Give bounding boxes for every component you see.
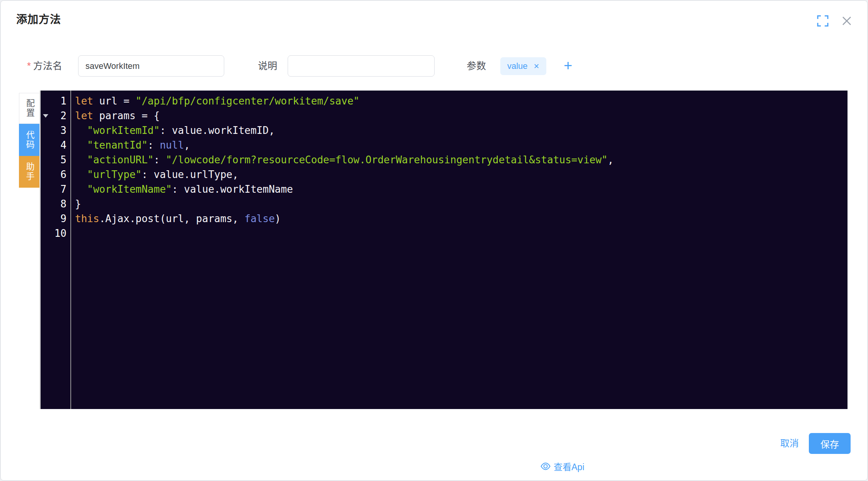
view-api-label: 查看Api: [554, 460, 584, 473]
fold-arrow-icon[interactable]: [43, 114, 48, 118]
code-line[interactable]: "urlType": value.urlType,: [75, 167, 848, 182]
tab-config-label: 配置: [23, 99, 36, 118]
code-token-plain: ): [275, 213, 281, 224]
code-token-plain: :: [148, 139, 160, 151]
line-number: 7: [41, 182, 67, 197]
param-tag-text: value: [507, 61, 528, 71]
line-number: 9: [41, 211, 67, 226]
code-line[interactable]: "workItemName": value.workItemName: [75, 182, 848, 197]
eye-icon: [541, 461, 551, 471]
code-token-str: "workItemId": [87, 125, 160, 136]
code-token-plain: params = {: [93, 110, 160, 122]
description-label: 说明: [258, 55, 277, 77]
tab-code-label: 代码: [23, 130, 36, 150]
code-token-str: "actionURL": [87, 154, 153, 166]
code-token-atom: false: [244, 213, 275, 224]
line-number: 1: [41, 94, 67, 108]
required-asterisk: *: [27, 60, 31, 71]
code-token-plain: :: [154, 154, 166, 166]
code-token-atom: null: [160, 139, 184, 151]
editor-code[interactable]: let url = "/api/bfp/configcenter/workite…: [71, 91, 848, 409]
add-param-button[interactable]: +: [561, 55, 575, 77]
close-icon[interactable]: [841, 15, 853, 27]
code-token-plain: [75, 169, 87, 180]
add-method-dialog: 添加方法 *方法名 说明 参数 value × + 配置 代码 助手 12345…: [0, 0, 868, 481]
code-line[interactable]: "actionURL": "/lowcode/form?resourceCode…: [75, 152, 848, 167]
code-line[interactable]: this.Ajax.post(url, params, false): [75, 211, 848, 226]
code-token-plain: : value.workItemID,: [160, 125, 275, 136]
line-number: 4: [41, 138, 67, 152]
code-token-str: "/lowcode/form?resourceCode=flow.OrderWa…: [166, 154, 608, 166]
code-line[interactable]: "workItemId": value.workItemID,: [75, 123, 848, 138]
param-tag-remove-icon[interactable]: ×: [534, 62, 539, 71]
code-token-plain: [75, 183, 87, 195]
tab-code[interactable]: 代码: [19, 124, 39, 156]
code-line[interactable]: [75, 226, 848, 241]
description-input[interactable]: [288, 55, 435, 77]
code-token-str: "workItemName": [87, 183, 172, 195]
code-token-plain: [75, 139, 87, 151]
code-token-plain: ,: [608, 154, 614, 166]
cancel-button[interactable]: 取消: [780, 433, 799, 454]
line-number: 8: [41, 197, 67, 211]
code-editor[interactable]: 12345678910 let url = "/api/bfp/configce…: [39, 91, 848, 409]
method-name-label: *方法名: [27, 55, 62, 77]
tab-assistant[interactable]: 助手: [19, 156, 39, 188]
code-token-kw: let: [75, 110, 93, 122]
fullscreen-icon[interactable]: [817, 15, 829, 27]
code-line[interactable]: let url = "/api/bfp/configcenter/workite…: [75, 94, 848, 108]
param-tag-value[interactable]: value ×: [500, 57, 546, 75]
code-token-plain: [75, 154, 87, 166]
code-token-kw: this: [75, 213, 99, 224]
close-icon-svg: [841, 15, 852, 26]
line-number: 10: [41, 226, 67, 241]
line-number: 3: [41, 123, 67, 138]
code-token-plain: : value.urlType,: [142, 169, 238, 180]
code-token-plain: [75, 125, 87, 136]
code-token-plain: }: [75, 198, 81, 210]
code-token-plain: ,: [184, 139, 190, 151]
line-number: 5: [41, 152, 67, 167]
code-token-kw: let: [75, 95, 93, 107]
editor-tab-column: 配置 代码 助手: [19, 93, 39, 188]
code-line[interactable]: let params = {: [75, 108, 848, 123]
code-token-str: "tenantId": [87, 139, 148, 151]
view-api-link[interactable]: 查看Api: [541, 460, 584, 473]
params-label: 参数: [467, 55, 486, 77]
fullscreen-icon-svg: [817, 15, 829, 27]
code-line[interactable]: }: [75, 197, 848, 211]
code-token-plain: : value.workItemName: [172, 183, 293, 195]
code-line[interactable]: "tenantId": null,: [75, 138, 848, 152]
save-button[interactable]: 保存: [809, 433, 851, 454]
method-name-input[interactable]: [78, 55, 224, 77]
tab-assistant-label: 助手: [23, 162, 36, 181]
code-token-plain: url =: [93, 95, 136, 107]
method-name-label-text: 方法名: [33, 60, 62, 71]
editor-gutter: 12345678910: [41, 91, 71, 409]
tab-config[interactable]: 配置: [19, 93, 39, 124]
code-token-plain: .Ajax.post(url, params,: [99, 213, 245, 224]
dialog-title: 添加方法: [16, 11, 61, 26]
code-token-str: "urlType": [87, 169, 142, 180]
line-number: 6: [41, 167, 67, 182]
code-token-str: "/api/bfp/configcenter/workitem/save": [136, 95, 360, 107]
